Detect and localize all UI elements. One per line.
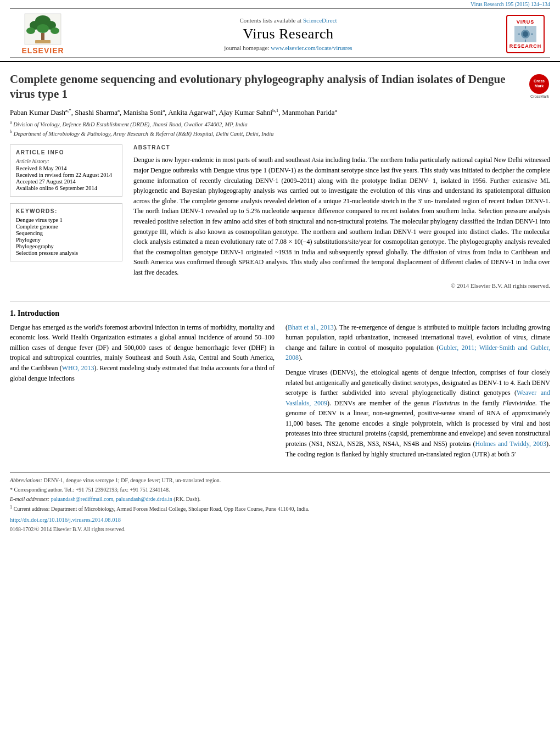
svg-rect-7 (41, 33, 44, 41)
keyword-6: Selection pressure analysis (16, 250, 116, 256)
vr-badge: VIRUS RESEARCH (506, 15, 545, 53)
who-2013-ref[interactable]: WHO, 2013 (62, 364, 94, 372)
doi-link[interactable]: http://dx.doi.org/10.1016/j.virusres.201… (10, 517, 121, 523)
footnote-current-address: 1 Current address: Department of Microbi… (10, 504, 550, 513)
keyword-5: Phylogeography (16, 243, 116, 249)
crossmark-svg: Cross Mark (532, 77, 546, 91)
crossmark-icon: Cross Mark (529, 74, 549, 94)
copyright-line: © 2014 Elsevier B.V. All rights reserved… (133, 282, 550, 289)
elsevier-logo-area: ELSEVIER (10, 13, 76, 55)
elsevier-logo: ELSEVIER (21, 13, 64, 55)
issn-line: 0168-1702/© 2014 Elsevier B.V. All right… (10, 525, 550, 533)
journal-citation: Virus Research 195 (2015) 124–134 (0, 0, 560, 8)
footnote-email: E-mail addresses: paluandash@rediffmail.… (10, 495, 550, 503)
contents-line: Contents lists available at ScienceDirec… (87, 17, 490, 24)
sciencedirect-link[interactable]: ScienceDirect (303, 17, 337, 24)
keyword-3: Sequencing (16, 230, 116, 236)
journal-center: Contents lists available at ScienceDirec… (76, 17, 501, 51)
received-revised-date: Received in revised form 22 August 2014 (16, 172, 116, 178)
footnotes-area: Abbreviations: DENV-1, dengue virus sero… (10, 472, 550, 533)
article-info-box: ARTICLE INFO Article history: Received 8… (10, 144, 122, 197)
virus-image-icon (514, 26, 536, 42)
wilder-ref[interactable]: Wilder-Smith and Gubler, 2008 (285, 344, 550, 362)
keywords-title: Keywords: (16, 208, 116, 214)
keyword-1: Dengue virus type 1 (16, 217, 116, 223)
journal-homepage-line: journal homepage: www.elsevier.com/locat… (87, 44, 490, 51)
email-link-2[interactable]: paluandash@drde.drda.in (116, 496, 172, 502)
affiliations: a Division of Virology, Defence R&D Esta… (10, 119, 550, 138)
vr-badge-image (514, 26, 536, 42)
doi-line: http://dx.doi.org/10.1016/j.virusres.201… (10, 516, 550, 525)
article-title-section: Complete genome sequencing and evolution… (10, 72, 550, 102)
crossmark-badge: Cross Mark CrossMark (529, 74, 550, 98)
footnote-abbreviations: Abbreviations: DENV-1, dengue virus sero… (10, 476, 550, 484)
article-info-abstract-row: ARTICLE INFO Article history: Received 8… (10, 144, 550, 293)
intro-right-text: (Bhatt et al., 2013). The re-emergence o… (285, 322, 550, 460)
vr-badge-research-text: RESEARCH (509, 43, 542, 49)
gubler-ref[interactable]: Gubler, 2011; (439, 344, 476, 352)
abstract-title: ABSTRACT (133, 144, 550, 150)
body-right-col: (Bhatt et al., 2013). The re-emergence o… (285, 322, 550, 464)
crossmark-label: CrossMark (529, 94, 550, 98)
abstract-column: ABSTRACT Dengue is now hyper-endemic in … (133, 144, 550, 293)
vr-badge-virus-text: VIRUS (517, 19, 535, 25)
journal-top-bar: ELSEVIER Contents lists available at Sci… (0, 9, 560, 57)
keyword-4: Phylogeny (16, 237, 116, 243)
bhatt-ref[interactable]: Bhatt et al., 2013 (288, 323, 334, 331)
abstract-text: Dengue is now hyper-endemic in most part… (133, 155, 550, 277)
affiliation-b: b Department of Microbiology & Pathology… (10, 129, 550, 138)
south-text: South (133, 258, 149, 266)
article-info-title: ARTICLE INFO (16, 149, 116, 155)
footnote-corresponding: * Corresponding author. Tel.: +91 751 23… (10, 486, 550, 494)
article-content: Complete genome sequencing and evolution… (0, 62, 560, 533)
elsevier-tree-icon (24, 13, 61, 45)
svg-point-4 (26, 27, 35, 34)
article-info-column: ARTICLE INFO Article history: Received 8… (10, 144, 122, 293)
received-date: Received 8 May 2014 (16, 165, 116, 171)
article-title: Complete genome sequencing and evolution… (10, 72, 522, 102)
authors-line: Paban Kumar Dasha,*, Shashi Sharmaa, Man… (10, 108, 550, 117)
intro-heading: 1. Introduction (10, 309, 550, 318)
svg-text:Mark: Mark (535, 84, 544, 88)
affiliation-a: a Division of Virology, Defence R&D Esta… (10, 119, 550, 129)
body-two-col: Dengue has emerged as the world's foremo… (10, 322, 550, 464)
accepted-date: Accepted 27 August 2014 (16, 178, 116, 185)
intro-left-text: Dengue has emerged as the world's foremo… (10, 322, 275, 384)
available-online-date: Available online 6 September 2014 (16, 185, 116, 191)
journal-header: Virus Research 195 (2015) 124–134 (0, 0, 560, 62)
virus-research-logo: VIRUS RESEARCH (501, 15, 550, 53)
keyword-2: Complete genome (16, 224, 116, 230)
svg-point-5 (37, 24, 49, 33)
svg-point-6 (51, 27, 59, 34)
elsevier-wordmark: ELSEVIER (21, 46, 64, 55)
body-left-col: Dengue has emerged as the world's foremo… (10, 322, 275, 464)
svg-point-11 (523, 31, 528, 37)
svg-text:Cross: Cross (534, 79, 545, 83)
history-label: Article history: (16, 158, 116, 164)
page: Virus Research 195 (2015) 124–134 (0, 0, 560, 742)
svg-rect-8 (35, 40, 51, 43)
email-link-1[interactable]: paluandash@rediffmail.com (51, 496, 114, 502)
homepage-link[interactable]: www.elsevier.com/locate/virusres (271, 44, 352, 51)
keywords-box: Keywords: Dengue virus type 1 Complete g… (10, 203, 122, 261)
section-divider-1 (10, 301, 550, 302)
journal-title-text: Virus Research (87, 26, 490, 42)
holmes-ref[interactable]: Holmes and Twiddy, 2003 (475, 440, 547, 448)
